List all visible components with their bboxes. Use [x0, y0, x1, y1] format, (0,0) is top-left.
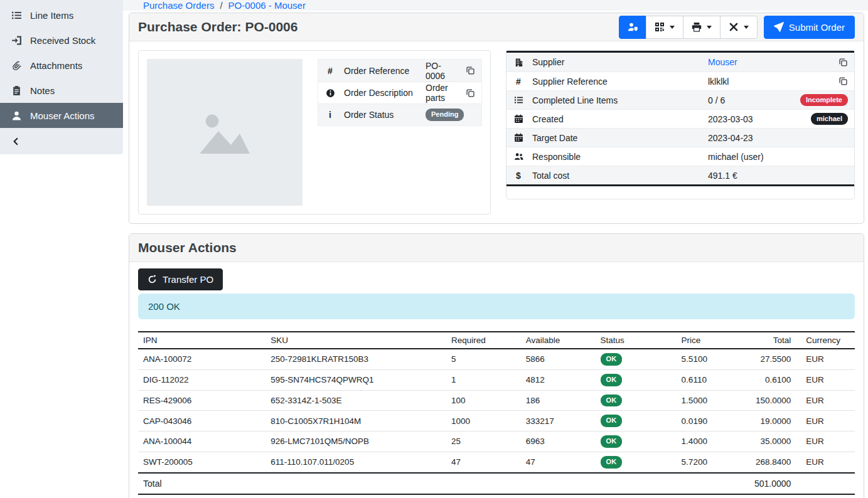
table-header-row: IPN SKU Required Available Status Price …	[138, 332, 855, 349]
cell-total: 19.0000	[730, 411, 796, 432]
cell-ipn: ANA-100072	[138, 349, 265, 369]
cell-sku: 926-LMC7101QM5/NOPB	[265, 432, 446, 452]
cell-required: 1000	[446, 411, 521, 432]
cell-available: 4812	[521, 369, 596, 390]
copy-icon[interactable]	[839, 77, 848, 86]
cell-total: 35.0000	[730, 432, 796, 452]
mouser-actions-panel-header: Mouser Actions	[129, 234, 864, 262]
cell-currency: EUR	[796, 452, 855, 472]
cell-total: 150.0000	[730, 390, 796, 411]
submit-order-button[interactable]: Submit Order	[764, 16, 855, 39]
copy-icon[interactable]	[466, 66, 475, 75]
cell-price: 0.6110	[677, 369, 731, 390]
cell-currency: EUR	[796, 349, 855, 369]
order-status-row: i Order Status Pending	[318, 103, 481, 125]
transfer-po-label: Transfer PO	[163, 274, 213, 285]
created-user-badge: michael	[811, 113, 848, 125]
sidebar-item-mouser-actions[interactable]: Mouser Actions	[0, 103, 123, 128]
sidebar-item-line-items[interactable]: Line Items	[0, 3, 123, 28]
ok-badge: OK	[601, 456, 623, 469]
cell-price: 1.5000	[677, 390, 731, 411]
ok-badge: OK	[601, 374, 623, 386]
order-reference-row: # Order Reference PO-0006	[318, 60, 481, 82]
col-header-price: Price	[677, 332, 731, 349]
order-options-dropdown-button[interactable]	[720, 16, 758, 39]
image-placeholder-icon	[195, 106, 255, 159]
col-header-sku: SKU	[265, 332, 446, 349]
submit-order-label: Submit Order	[789, 22, 845, 33]
purchase-order-panel-header: Purchase Order: PO-0006	[129, 13, 864, 41]
cell-status: OK	[596, 411, 677, 432]
copy-icon[interactable]	[839, 58, 848, 67]
transfer-po-button[interactable]: Transfer PO	[138, 268, 223, 290]
cell-total: 27.5500	[730, 349, 796, 369]
col-header-currency: Currency	[796, 332, 855, 349]
sidebar-item-notes[interactable]: Notes	[0, 78, 123, 103]
breadcrumb-link-purchase-orders[interactable]: Purchase Orders	[143, 0, 214, 11]
order-details-table: # Order Reference PO-0006 Order Descri	[318, 59, 482, 126]
supplier-reference-value: lklklkl	[708, 77, 833, 87]
sidebar-collapse-button[interactable]	[0, 128, 123, 154]
created-row: Created 2023-03-03 michael	[506, 109, 854, 128]
breadcrumb: Purchase Orders / PO-0006 - Mouser	[123, 0, 868, 11]
notes-icon	[11, 85, 22, 96]
mouser-actions-panel: Mouser Actions Transfer PO 200 OK	[129, 233, 864, 498]
tools-icon	[729, 22, 739, 32]
cell-status: OK	[596, 369, 677, 390]
supplier-label: Supplier	[532, 57, 708, 67]
cell-currency: EUR	[796, 411, 855, 432]
supplier-reference-row: # Supplier Reference lklklkl	[506, 72, 854, 90]
cell-sku: 595-SN74HCS74QPWRQ1	[265, 369, 446, 390]
table-row: RES-429006 652-3314Z-1-503E 100 186 OK 1…	[138, 390, 855, 411]
order-status-value: Pending	[426, 109, 475, 121]
cell-ipn: RES-429006	[138, 390, 265, 411]
purchase-order-panel: Purchase Order: PO-0006	[129, 13, 864, 224]
col-header-available: Available	[521, 332, 596, 349]
dollar-icon: $	[513, 171, 524, 181]
incomplete-badge: Incomplete	[800, 94, 848, 107]
mouser-actions-title: Mouser Actions	[138, 240, 237, 255]
page-content: Purchase Order: PO-0006	[123, 11, 868, 498]
cell-sku: 652-3314Z-1-503E	[265, 390, 446, 411]
breadcrumb-separator: /	[220, 0, 222, 11]
cell-required: 25	[446, 432, 521, 452]
chevron-left-icon	[11, 137, 21, 146]
target-date-label: Target Date	[532, 133, 708, 143]
total-cost-value: 491.1 €	[708, 171, 848, 181]
table-row: ANA-100044 926-LMC7101QM5/NOPB 25 6963 O…	[138, 432, 855, 452]
user-roles-button[interactable]	[619, 16, 646, 39]
cell-currency: EUR	[796, 390, 855, 411]
cell-price: 0.0190	[677, 411, 731, 432]
users-icon	[513, 152, 524, 161]
cell-price: 5.7200	[677, 452, 731, 472]
print-dropdown-button[interactable]	[683, 16, 721, 39]
list-icon	[11, 10, 22, 21]
created-value: 2023-03-03	[708, 114, 806, 124]
ok-badge: OK	[601, 395, 623, 407]
cell-price: 1.4000	[677, 432, 731, 452]
ok-badge: OK	[601, 353, 623, 366]
page-title: Purchase Order: PO-0006	[138, 19, 297, 34]
sidebar-item-label: Attachments	[30, 60, 82, 71]
sign-in-icon	[11, 35, 22, 46]
sidebar: Line Items Received Stock Attachments No…	[0, 0, 123, 498]
cell-currency: EUR	[796, 369, 855, 390]
order-description-label: Order Description	[344, 88, 426, 98]
info-icon: i	[324, 110, 336, 120]
sidebar-item-attachments[interactable]: Attachments	[0, 53, 123, 78]
refresh-icon	[147, 275, 157, 284]
cell-available: 5866	[521, 349, 596, 369]
breadcrumb-link-current[interactable]: PO-0006 - Mouser	[228, 0, 306, 11]
hash-icon: #	[513, 77, 524, 87]
order-reference-label: Order Reference	[344, 66, 426, 76]
copy-icon[interactable]	[466, 88, 475, 98]
target-date-row: Target Date 2023-04-23	[506, 128, 854, 147]
person-shield-icon	[628, 22, 638, 32]
barcode-dropdown-button[interactable]	[646, 16, 683, 39]
sidebar-item-received-stock[interactable]: Received Stock	[0, 28, 123, 53]
cell-available: 333217	[521, 411, 596, 432]
table-footer-row: Total 501.0000	[138, 473, 855, 494]
responsible-row: Responsible michael (user)	[506, 147, 854, 166]
supplier-link[interactable]: Mouser	[708, 57, 737, 67]
completed-line-items-value: 0 / 6	[708, 95, 795, 105]
